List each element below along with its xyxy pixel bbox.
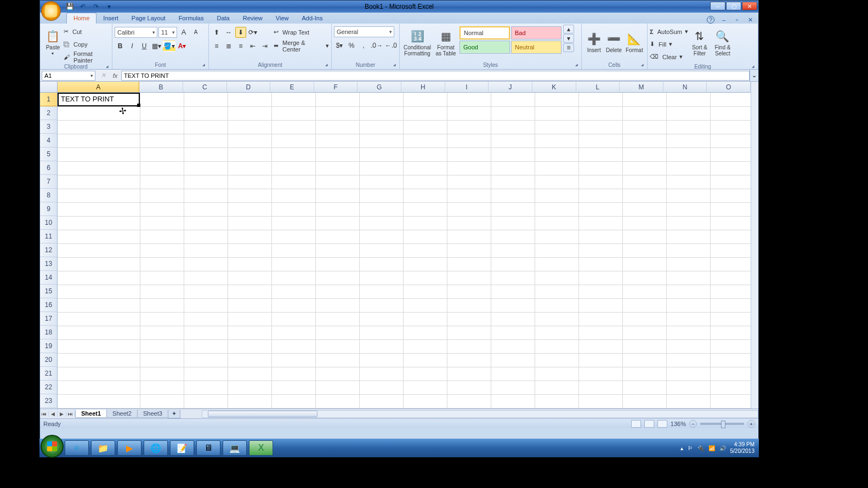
column-header-D[interactable]: D [227, 82, 271, 92]
format-painter-button[interactable]: 🖌 Format Painter [64, 51, 110, 63]
row-header-13[interactable]: 13 [40, 257, 57, 271]
font-color-button[interactable]: A▾ [177, 41, 188, 52]
grow-font-icon[interactable]: A [178, 27, 189, 38]
sheet-nav-first-icon[interactable]: ⏮ [40, 411, 49, 417]
row-header-10[interactable]: 10 [40, 216, 57, 230]
comma-icon[interactable]: , [358, 40, 369, 51]
column-header-A[interactable]: A [58, 82, 139, 92]
copy-button[interactable]: ⿻ Copy [64, 38, 110, 50]
clear-button[interactable]: ⌫ Clear ▾ [650, 51, 688, 63]
conditional-formatting-button[interactable]: 🔢 Conditional Formatting [402, 25, 433, 60]
insert-cells-button[interactable]: ➕Insert [584, 25, 604, 60]
sort-filter-button[interactable]: ⇅Sort & Filter [688, 25, 711, 60]
ribbon-minimize-icon[interactable]: – [720, 16, 728, 24]
row-header-20[interactable]: 20 [40, 353, 57, 367]
decrease-decimal-icon[interactable]: ←.0 [384, 40, 398, 51]
workbook-close-icon[interactable]: ✕ [746, 16, 754, 24]
increase-decimal-icon[interactable]: .0→ [370, 40, 383, 51]
row-header-7[interactable]: 7 [40, 175, 57, 189]
row-header-15[interactable]: 15 [40, 285, 57, 298]
styles-scroll-up-icon[interactable]: ▴ [563, 25, 574, 33]
start-button[interactable] [41, 435, 64, 458]
column-header-E[interactable]: E [270, 82, 314, 92]
taskbar-explorer-icon[interactable]: 📁 [91, 440, 115, 456]
column-header-J[interactable]: J [489, 82, 532, 92]
indent-decrease-icon[interactable]: ⇤ [247, 41, 258, 52]
cancel-formula-icon[interactable]: ✕ [97, 72, 109, 79]
row-header-8[interactable]: 8 [40, 189, 57, 202]
tray-show-hidden-icon[interactable]: ▴ [680, 445, 683, 451]
sheet-nav-last-icon[interactable]: ⏭ [66, 411, 75, 417]
currency-icon[interactable]: $▾ [334, 40, 345, 51]
horizontal-scrollbar[interactable] [202, 410, 758, 418]
delete-cells-button[interactable]: ➖Delete [604, 25, 623, 60]
styles-more-icon[interactable]: ≡ [563, 43, 574, 52]
align-middle-icon[interactable]: ↔ [223, 27, 234, 38]
styles-scroll-down-icon[interactable]: ▾ [563, 34, 574, 43]
row-header-21[interactable]: 21 [40, 367, 57, 381]
row-header-22[interactable]: 22 [40, 381, 57, 394]
column-header-G[interactable]: G [358, 82, 401, 92]
formula-input[interactable]: TEXT TO PRINT [121, 71, 750, 81]
format-as-table-button[interactable]: ▦ Format as Table [433, 25, 459, 60]
taskbar-excel-icon[interactable]: X [249, 440, 273, 456]
maximize-button[interactable]: ▢ [726, 2, 741, 10]
zoom-out-icon[interactable]: − [689, 420, 697, 428]
tab-page-layout[interactable]: Page Layout [125, 13, 172, 24]
row-header-23[interactable]: 23 [40, 394, 57, 408]
ribbon-restore-icon[interactable]: ▫ [733, 16, 741, 24]
cut-button[interactable]: ✂ Cut [64, 26, 110, 37]
tab-add-ins[interactable]: Add-Ins [295, 13, 329, 24]
zoom-level[interactable]: 136% [671, 421, 686, 427]
column-header-N[interactable]: N [663, 82, 707, 92]
tray-network-icon[interactable]: 📶 [708, 445, 715, 451]
row-header-6[interactable]: 6 [40, 161, 57, 175]
align-top-icon[interactable]: ⬆ [211, 27, 222, 38]
shrink-font-icon[interactable]: A [190, 27, 201, 38]
spreadsheet-grid[interactable]: ABCDEFGHIJKLMNO 123456789101112131415161… [40, 82, 758, 408]
page-break-view-icon[interactable] [657, 420, 667, 428]
help-icon[interactable]: ? [707, 16, 714, 24]
select-all-corner[interactable] [40, 82, 58, 93]
new-sheet-button[interactable]: ✦ [168, 410, 180, 418]
column-header-L[interactable]: L [576, 82, 620, 92]
page-layout-view-icon[interactable] [644, 420, 654, 428]
underline-button[interactable]: U [139, 41, 150, 52]
row-header-3[interactable]: 3 [40, 120, 57, 134]
border-button[interactable]: ▦▾ [151, 41, 162, 52]
italic-button[interactable]: I [127, 41, 138, 52]
column-header-I[interactable]: I [445, 82, 489, 92]
orientation-icon[interactable]: ⟳▾ [247, 27, 258, 38]
row-header-19[interactable]: 19 [40, 339, 57, 353]
column-header-O[interactable]: O [707, 82, 751, 92]
sheet-nav-prev-icon[interactable]: ◀ [49, 411, 58, 417]
sheet-tab-3[interactable]: Sheet3 [137, 410, 168, 418]
vertical-scrollbar[interactable] [751, 82, 758, 408]
tray-flag-icon[interactable]: 🏳 [688, 445, 693, 451]
qat-save-icon[interactable]: 💾 [64, 2, 75, 12]
sheet-tab-1[interactable]: Sheet1 [75, 410, 107, 418]
percent-icon[interactable]: % [346, 40, 357, 51]
paste-button[interactable]: 📋 Paste ▾ [42, 25, 64, 60]
row-header-5[interactable]: 5 [40, 147, 57, 161]
indent-increase-icon[interactable]: ⇥ [259, 41, 270, 52]
font-size-combo[interactable]: 11 [158, 27, 177, 38]
row-header-9[interactable]: 9 [40, 202, 57, 216]
row-header-16[interactable]: 16 [40, 298, 57, 312]
autosum-button[interactable]: Σ AutoSum ▾ [650, 26, 688, 37]
fill-color-button[interactable]: 🪣▾ [163, 41, 175, 52]
minimize-button[interactable]: – [710, 2, 725, 10]
row-header-1[interactable]: 1 [40, 93, 57, 106]
row-header-14[interactable]: 14 [40, 271, 57, 285]
tab-review[interactable]: Review [236, 13, 269, 24]
tab-formulas[interactable]: Formulas [172, 13, 211, 24]
tab-home[interactable]: Home [66, 13, 97, 24]
selected-cell[interactable]: TEXT TO PRINT [58, 93, 140, 106]
wrap-text-button[interactable]: ↩ Wrap Text [274, 26, 329, 38]
sheet-tab-2[interactable]: Sheet2 [106, 410, 138, 418]
number-format-combo[interactable]: General [334, 26, 394, 37]
taskbar-ie-icon[interactable]: e [65, 440, 89, 456]
tab-data[interactable]: Data [210, 13, 236, 24]
find-select-button[interactable]: 🔍Find & Select [711, 25, 734, 60]
style-normal[interactable]: Normal [459, 26, 510, 39]
